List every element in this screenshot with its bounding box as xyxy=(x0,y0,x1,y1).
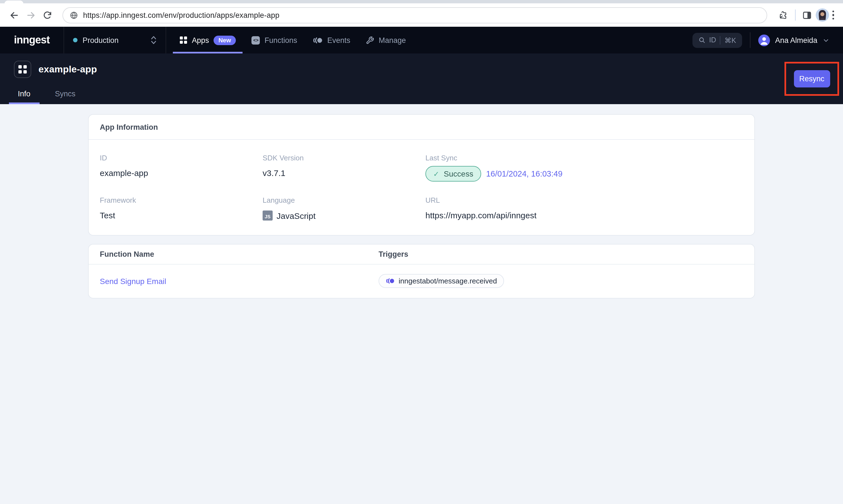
active-nav-indicator xyxy=(173,52,243,53)
page-title: example-app xyxy=(38,64,97,75)
language-row: JS JavaScript xyxy=(263,211,425,220)
field-sdk-version: SDK Version v3.7.1 xyxy=(263,154,425,182)
nav-item-functions[interactable]: <> Functions xyxy=(244,27,305,53)
field-language: Language JS JavaScript xyxy=(263,196,425,220)
back-icon[interactable] xyxy=(5,7,22,23)
functions-code-icon: <> xyxy=(252,36,260,44)
url-text[interactable]: https://app.inngest.com/env/production/a… xyxy=(83,11,279,19)
field-value: https://myapp.com/api/inngest xyxy=(425,211,743,220)
nav-item-apps[interactable]: Apps New xyxy=(172,27,244,53)
status-badge: ✓ Success xyxy=(425,166,481,182)
search-divider xyxy=(720,36,721,44)
search-label: ID xyxy=(709,36,716,44)
field-value: Test xyxy=(100,211,263,220)
environment-label: Production xyxy=(83,36,145,44)
toolbar-divider xyxy=(795,10,795,21)
column-header-triggers: Triggers xyxy=(379,250,743,258)
javascript-icon: JS xyxy=(263,211,273,220)
trigger-badge[interactable]: inngestabot/message.received xyxy=(379,274,504,288)
event-trigger-icon xyxy=(386,277,395,285)
chevron-up-down-icon xyxy=(151,36,157,44)
user-avatar xyxy=(758,34,770,46)
url-bar[interactable]: https://app.inngest.com/env/production/a… xyxy=(63,7,767,23)
title-row: example-app xyxy=(0,53,843,78)
browser-active-tab[interactable] xyxy=(4,1,23,4)
tab-label: Info xyxy=(18,90,30,98)
new-badge: New xyxy=(213,35,236,45)
extensions-icon[interactable] xyxy=(775,7,791,23)
person-icon xyxy=(758,34,770,46)
environment-status-dot xyxy=(73,38,78,42)
search-button[interactable]: ID ⌘K xyxy=(692,33,742,48)
browser-tab-strip xyxy=(0,0,843,3)
nav-item-label: Apps xyxy=(192,36,209,44)
card-header: App Information xyxy=(89,115,754,140)
field-value: example-app xyxy=(100,168,263,178)
field-value: v3.7.1 xyxy=(263,168,425,178)
field-label: Framework xyxy=(100,196,263,204)
check-icon: ✓ xyxy=(433,169,439,178)
search-shortcut: ⌘K xyxy=(724,36,736,44)
app-info-grid: ID example-app SDK Version v3.7.1 Last S… xyxy=(89,140,754,235)
functions-table-header: Function Name Triggers xyxy=(89,245,754,265)
app-information-card: App Information ID example-app SDK Versi… xyxy=(88,114,755,236)
table-row: Send Signup Email inngestabot/message.re… xyxy=(89,265,754,298)
field-framework: Framework Test xyxy=(100,196,263,220)
environment-switcher[interactable]: Production xyxy=(64,27,166,53)
card-title: App Information xyxy=(100,123,158,131)
user-name: Ana Almeida xyxy=(775,36,818,44)
site-info-globe-icon[interactable] xyxy=(70,11,78,19)
user-menu[interactable]: Ana Almeida xyxy=(758,34,830,46)
app-grid-icon xyxy=(14,61,31,78)
functions-card: Function Name Triggers Send Signup Email… xyxy=(88,244,755,299)
last-sync-row: ✓ Success 16/01/2024, 16:03:49 xyxy=(425,166,743,182)
reload-icon[interactable] xyxy=(39,7,56,23)
browser-profile-avatar[interactable] xyxy=(815,8,829,22)
nav-divider xyxy=(750,32,751,48)
nav-item-manage[interactable]: Manage xyxy=(358,27,414,53)
nav-item-events[interactable]: Events xyxy=(305,27,358,53)
browser-menu-icon[interactable] xyxy=(829,7,838,23)
tab-label: Syncs xyxy=(55,90,75,98)
page-header: example-app Info Syncs Resync xyxy=(0,53,843,104)
field-id: ID example-app xyxy=(100,154,263,182)
nav-items: Apps New <> Functions Events Manage xyxy=(166,27,414,53)
annotation-highlight-box: Resync xyxy=(785,62,839,96)
field-label: Language xyxy=(263,196,425,204)
field-last-sync: Last Sync ✓ Success 16/01/2024, 16:03:49 xyxy=(425,154,743,182)
main-content: App Information ID example-app SDK Versi… xyxy=(0,104,843,299)
browser-toolbar: https://app.inngest.com/env/production/a… xyxy=(0,3,843,27)
apps-grid-icon xyxy=(179,36,187,44)
tab-syncs[interactable]: Syncs xyxy=(46,84,84,104)
column-header-function-name: Function Name xyxy=(100,250,379,258)
page-tabs: Info Syncs xyxy=(9,84,84,104)
nav-item-label: Events xyxy=(327,36,350,44)
chevron-down-icon xyxy=(822,36,830,44)
status-text: Success xyxy=(444,169,474,178)
nav-item-label: Functions xyxy=(264,36,297,44)
nav-item-label: Manage xyxy=(379,36,406,44)
active-tab-indicator xyxy=(9,102,39,104)
search-icon xyxy=(699,37,705,43)
field-url: URL https://myapp.com/api/inngest xyxy=(425,196,743,220)
field-label: Last Sync xyxy=(425,154,743,162)
nav-right: ID ⌘K Ana Almeida xyxy=(692,27,843,53)
events-icon xyxy=(313,36,323,44)
app-navbar: inngest Production Apps New <> Functions… xyxy=(0,27,843,53)
field-value: JavaScript xyxy=(277,211,315,220)
field-label: SDK Version xyxy=(263,154,425,162)
inngest-logo[interactable]: inngest xyxy=(0,27,64,53)
tab-info[interactable]: Info xyxy=(9,84,39,104)
sidebar-toggle-icon[interactable] xyxy=(799,7,815,23)
viewport: https://app.inngest.com/env/production/a… xyxy=(0,0,843,504)
function-link[interactable]: Send Signup Email xyxy=(100,276,379,285)
wrench-icon xyxy=(366,36,374,44)
field-label: ID xyxy=(100,154,263,162)
field-label: URL xyxy=(425,196,743,204)
trigger-name: inngestabot/message.received xyxy=(399,277,497,285)
resync-button[interactable]: Resync xyxy=(794,70,830,87)
last-sync-timestamp[interactable]: 16/01/2024, 16:03:49 xyxy=(486,169,563,178)
forward-icon[interactable] xyxy=(22,7,39,23)
